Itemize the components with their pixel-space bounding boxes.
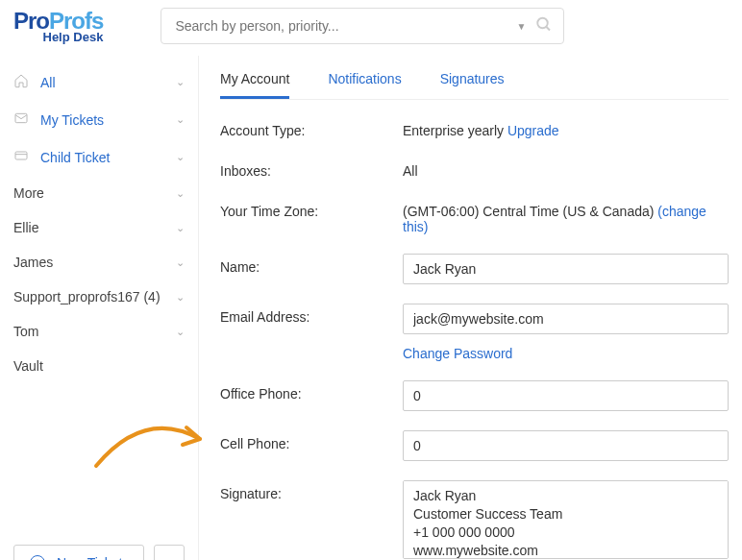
sidebar-item-label: More (13, 185, 176, 201)
email-label: Email Address: (220, 304, 403, 325)
sidebar-item-james[interactable]: James ⌄ (0, 245, 198, 280)
account-type-label: Account Type: (220, 117, 403, 138)
office-phone-label: Office Phone: (220, 380, 403, 402)
signature-field[interactable] (403, 480, 729, 559)
svg-line-1 (547, 27, 551, 31)
sidebar-item-label: Child Ticket (40, 150, 176, 165)
upgrade-link[interactable]: Upgrade (507, 123, 559, 138)
cell-phone-label: Cell Phone: (220, 430, 403, 451)
inboxes-value: All (403, 158, 729, 179)
svg-point-0 (538, 18, 549, 29)
change-password-link[interactable]: Change Password (403, 346, 512, 361)
logo-sub: Help Desk (13, 31, 103, 43)
sidebar-item-more[interactable]: More ⌄ (0, 176, 198, 210)
sidebar-item-my-tickets[interactable]: My Tickets ⌄ (0, 101, 198, 138)
sidebar-item-label: Support_proprofs167 (4) (13, 289, 176, 304)
tab-notifications[interactable]: Notifications (328, 63, 401, 99)
main-panel: My Account Notifications Signatures Acco… (198, 56, 742, 560)
chevron-down-icon: ⌄ (176, 113, 185, 126)
sidebar-item-label: James (13, 255, 176, 270)
sidebar: All ⌄ My Tickets ⌄ Child Ticket ⌄ More ⌄… (0, 56, 198, 560)
sidebar-item-child-ticket[interactable]: Child Ticket ⌄ (0, 138, 198, 176)
chevron-down-icon[interactable]: ▼ (516, 21, 526, 32)
inbox-icon (13, 110, 31, 129)
header: ProProfs Help Desk ▼ (0, 0, 742, 56)
sidebar-item-tom[interactable]: Tom ⌄ (0, 314, 198, 349)
sidebar-item-label: Vault (13, 358, 185, 374)
sidebar-item-support[interactable]: Support_proprofs167 (4) ⌄ (0, 280, 198, 314)
card-icon (13, 148, 31, 166)
chevron-down-icon: ⌄ (176, 222, 185, 234)
name-field[interactable] (403, 254, 729, 284)
sidebar-item-all[interactable]: All ⌄ (0, 63, 198, 101)
svg-rect-3 (15, 152, 27, 159)
sidebar-item-label: Ellie (13, 220, 176, 235)
search-input[interactable] (161, 8, 564, 44)
chevron-down-icon: ⌄ (176, 76, 185, 88)
sidebar-item-ellie[interactable]: Ellie ⌄ (0, 210, 198, 245)
office-phone-field[interactable] (403, 380, 729, 411)
tabs: My Account Notifications Signatures (220, 56, 729, 100)
plus-icon: + (30, 555, 45, 560)
search-wrap: ▼ (161, 8, 564, 44)
brand-logo: ProProfs Help Desk (13, 10, 103, 43)
inboxes-label: Inboxes: (220, 158, 403, 179)
sidebar-item-vault[interactable]: Vault (0, 349, 198, 383)
new-ticket-button[interactable]: + New Ticket (13, 545, 144, 560)
timezone-value: (GMT-06:00) Central Time (US & Canada) (… (403, 198, 729, 234)
collapse-sidebar-button[interactable]: ‹ (154, 545, 185, 560)
chevron-down-icon: ⌄ (176, 187, 185, 200)
sidebar-item-label: Tom (13, 324, 176, 339)
tab-my-account[interactable]: My Account (220, 63, 289, 99)
chevron-left-icon: ‹ (167, 555, 172, 560)
search-icon[interactable] (535, 16, 553, 37)
new-ticket-label: New Ticket (57, 555, 122, 560)
chevron-down-icon: ⌄ (176, 326, 185, 338)
chevron-down-icon: ⌄ (176, 291, 185, 304)
chevron-down-icon: ⌄ (176, 151, 185, 163)
sidebar-item-label: My Tickets (40, 112, 176, 128)
tab-signatures[interactable]: Signatures (440, 63, 505, 99)
cell-phone-field[interactable] (403, 430, 729, 461)
timezone-label: Your Time Zone: (220, 198, 403, 219)
account-type-value: Enterprise yearly Upgrade (403, 117, 729, 138)
email-field[interactable] (403, 304, 729, 334)
chevron-down-icon: ⌄ (176, 256, 185, 269)
home-icon (13, 73, 31, 91)
signature-label: Signature: (220, 480, 403, 501)
name-label: Name: (220, 254, 403, 275)
svg-rect-2 (15, 113, 27, 122)
sidebar-item-label: All (40, 75, 176, 90)
account-form: Account Type: Enterprise yearly Upgrade … (220, 100, 729, 560)
